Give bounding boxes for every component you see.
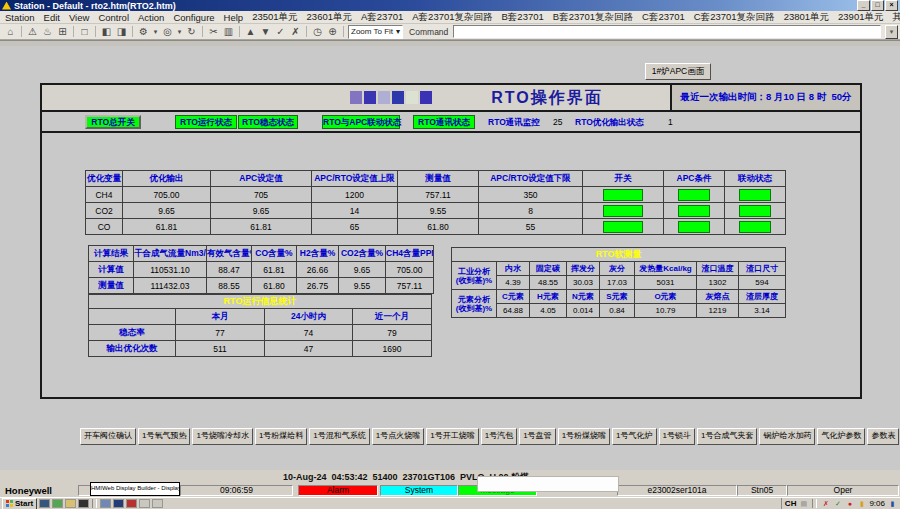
menu-c-23701-loops[interactable]: C套23701复杂回路: [694, 11, 775, 24]
nav-coil-button[interactable]: 1号盘管: [519, 428, 555, 445]
menu-configure[interactable]: Configure: [173, 12, 214, 23]
run-stats-table: RTO运行信息统计 本月 24小时内 近一个月 稳态率 77 74 79: [88, 294, 432, 357]
start-button[interactable]: Start: [2, 498, 37, 509]
detail-display-icon[interactable]: ◧: [100, 25, 113, 38]
compass-app-icon[interactable]: [113, 499, 124, 508]
rto-apc-link-status-indicator[interactable]: RTO与APC联动状态: [322, 115, 400, 129]
home-icon[interactable]: ⌂: [4, 25, 17, 38]
menu-b-23701[interactable]: B套23701: [502, 11, 544, 24]
nav-mixed-gas-button[interactable]: 1号混和气系统: [309, 428, 369, 445]
network-error-icon[interactable]: ✗: [821, 500, 830, 508]
display-grid-icon[interactable]: ⊞: [56, 25, 69, 38]
nav-oxygen-preheat-button[interactable]: 1号氧气预热: [138, 428, 190, 445]
system-indicator-button[interactable]: System: [380, 485, 458, 496]
nav-startup-burner-button[interactable]: 1号开工烧嘴: [426, 428, 478, 445]
columns-icon[interactable]: ▥: [222, 25, 235, 38]
cell-value: 61.81: [252, 262, 297, 278]
sync-ok-icon[interactable]: ✓: [833, 500, 842, 508]
folder-icon[interactable]: [65, 499, 76, 508]
menu-unit-23901[interactable]: 23901单元: [838, 11, 883, 24]
nav-ignition-burner-button[interactable]: 1号点火烧嘴: [372, 428, 424, 445]
nav-burner-cooling-button[interactable]: 1号烧嘴冷却水: [192, 428, 252, 445]
cut-icon[interactable]: ✂: [207, 25, 220, 38]
cell-value: 1302: [697, 276, 739, 290]
start-label: Start: [15, 499, 33, 508]
column-header: APC条件: [664, 171, 725, 187]
settings-icon[interactable]: ⚙: [137, 25, 150, 38]
nav-steam-drum-button[interactable]: 1号汽包: [481, 428, 517, 445]
menu-control[interactable]: Control: [98, 12, 129, 23]
refresh-icon[interactable]: ↻: [185, 25, 198, 38]
rto-comm-status-indicator[interactable]: RTO通讯状态: [413, 115, 475, 129]
menu-unit-23801[interactable]: 23801单元: [784, 11, 829, 24]
close-button[interactable]: ×: [885, 0, 898, 11]
cell-value: 26.66: [297, 262, 339, 278]
menu-station[interactable]: Station: [5, 12, 35, 23]
menu-unit-23601[interactable]: 23601单元: [307, 11, 352, 24]
menu-unit-23501[interactable]: 23501单元: [252, 11, 297, 24]
cell: [583, 187, 664, 203]
rto-master-switch-button[interactable]: RTO总开关: [85, 115, 141, 129]
alarm-indicator-button[interactable]: Alarm: [298, 485, 378, 496]
column-header: 24小时内: [265, 309, 353, 325]
lower-icon[interactable]: ▼: [259, 25, 272, 38]
menu-help[interactable]: Help: [224, 12, 244, 23]
command-dropdown-icon[interactable]: ▾: [885, 25, 898, 39]
nav-boiler-dosing-button[interactable]: 锅炉给水加药: [759, 428, 815, 445]
media-app-icon[interactable]: [52, 499, 63, 508]
rto-steady-status-indicator[interactable]: RTO稳态状态: [238, 115, 298, 129]
menu-other[interactable]: 其他: [892, 11, 900, 24]
nav-coal-burner-button[interactable]: 1号粉煤烧嘴: [558, 428, 610, 445]
minimize-button[interactable]: _: [857, 0, 870, 11]
menu-b-23701-loops[interactable]: B套23701复杂回路: [553, 11, 633, 24]
accept-icon[interactable]: ✓: [274, 25, 287, 38]
cancel-icon[interactable]: ✗: [289, 25, 302, 38]
image-placeholder-icon[interactable]: [139, 499, 150, 508]
command-input[interactable]: [453, 25, 881, 38]
maximize-button[interactable]: □: [871, 0, 884, 11]
rto-run-status-indicator[interactable]: RTO运行状态: [175, 115, 237, 129]
comm-monitor-value: 25: [553, 117, 562, 127]
nav-syngas-jacket-button[interactable]: 1号合成气夹套: [697, 428, 757, 445]
menu-a-23701[interactable]: A套23701: [361, 11, 403, 24]
cell-value: 0.014: [567, 304, 600, 318]
nav-params-table-button[interactable]: 参数表: [867, 428, 899, 445]
image-placeholder-icon[interactable]: [152, 499, 163, 508]
cell-value: 64.88: [497, 304, 530, 318]
show-desktop-icon[interactable]: ▮: [888, 500, 897, 508]
red-app-icon[interactable]: [126, 499, 137, 508]
notes-icon[interactable]: ▮: [857, 500, 866, 508]
raise-icon[interactable]: ▲: [244, 25, 257, 38]
nav-valve-confirm-button[interactable]: 开车阀位确认: [80, 428, 136, 445]
nav-gasifier-params-button[interactable]: 气化炉参数: [817, 428, 865, 445]
trend-icon[interactable]: ◎: [161, 25, 174, 38]
trend-dropdown-icon[interactable]: ▾: [176, 25, 183, 38]
column-header: 本月: [176, 309, 265, 325]
column-header: 灰熔点: [697, 290, 739, 304]
settings-dropdown-icon[interactable]: ▾: [152, 25, 159, 38]
alert-dot-icon[interactable]: ●: [845, 500, 854, 508]
display-app-icon[interactable]: [39, 499, 50, 508]
menu-edit[interactable]: Edit: [44, 12, 60, 23]
menu-action[interactable]: Action: [138, 12, 164, 23]
associated-display-icon[interactable]: ◨: [115, 25, 128, 38]
alarm-summary-icon[interactable]: ⚠: [26, 25, 39, 38]
optimization-table: 优化变量 优化输出 APC设定值 APC/RTO设定值上限 测量值 APC/RT…: [85, 170, 786, 235]
language-indicator[interactable]: CH: [785, 499, 797, 508]
menu-a-23701-loops[interactable]: A套23701复杂回路: [412, 11, 492, 24]
nav-coal-feed-button[interactable]: 1号粉煤给料: [255, 428, 307, 445]
nav-lock-hopper-button[interactable]: 1号锁斗: [659, 428, 695, 445]
zoom-mode-select[interactable]: Zoom To Fit ▾: [348, 25, 403, 39]
cell: [664, 219, 725, 235]
history-icon[interactable]: ◷: [311, 25, 324, 38]
zoom-icon[interactable]: ⊕: [326, 25, 339, 38]
menu-view[interactable]: View: [69, 12, 89, 23]
event-summary-icon[interactable]: ♨: [41, 25, 54, 38]
printer-icon[interactable]: ▤: [799, 500, 808, 508]
furnace1-apc-screen-button[interactable]: 1#炉APC画面: [645, 63, 711, 80]
grid-app-icon[interactable]: [100, 499, 111, 508]
nav-gasifier-button[interactable]: 1号气化炉: [612, 428, 656, 445]
menu-c-23701[interactable]: C套23701: [642, 11, 685, 24]
player-app-icon[interactable]: [78, 499, 89, 508]
select-icon[interactable]: □: [78, 25, 91, 38]
